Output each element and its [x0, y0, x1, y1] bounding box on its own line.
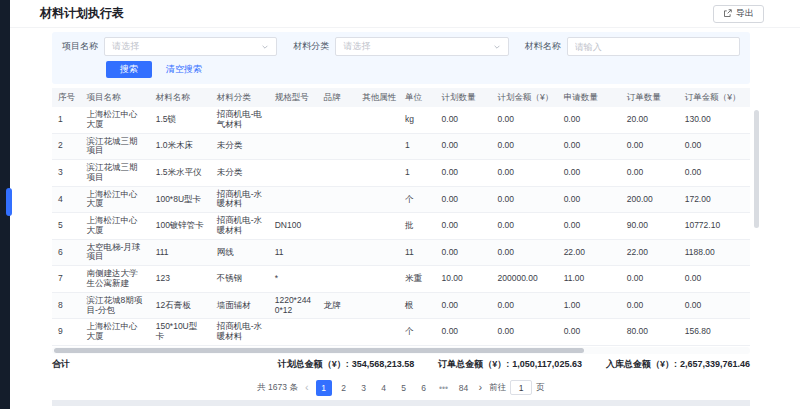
table-cell: 0.00	[679, 160, 750, 187]
table-cell: 111	[150, 239, 211, 266]
table-cell: 滨江花城8期项目-分包	[80, 292, 149, 319]
page-button[interactable]: 5	[396, 380, 412, 396]
collapsed-sidebar[interactable]	[0, 0, 10, 409]
table-row[interactable]: 2滨江花城三期项目1.0米木床未分类10.000.000.000.000.00	[52, 133, 750, 160]
table-cell: 0.00	[558, 160, 621, 187]
table-cell: 滨江花城三期项目	[80, 160, 149, 187]
project-name-select[interactable]: 请选择	[104, 37, 277, 56]
table-cell: 80.00	[621, 319, 679, 346]
table-cell: 0.00	[436, 160, 492, 187]
page-button[interactable]: 84	[456, 380, 472, 396]
content: 项目名称 请选择 材料分类 请选择	[10, 28, 800, 409]
prev-page-button[interactable]: ‹	[305, 382, 309, 393]
table-row[interactable]: 6太空电梯-月球项目111网线11110.000.0022.0022.00118…	[52, 239, 750, 266]
table-cell: 0.00	[436, 213, 492, 240]
table-cell: 招商机电-水暖材料	[211, 319, 269, 346]
table-cell: 上海松江中心大厦	[80, 213, 149, 240]
summary-total: 订单总金额（¥）:1,050,117,025.63	[438, 358, 582, 371]
table-cell: 0.00	[621, 266, 679, 293]
app-window: 材料计划执行表 导出 项目名称 请选择	[0, 0, 800, 409]
table-cell: 网线	[211, 239, 269, 266]
column-header: 订单金额（¥）	[679, 88, 750, 107]
table-cell: 0.00	[492, 107, 558, 133]
column-header: 单位	[399, 88, 436, 107]
goto-page: 前往 页	[489, 380, 545, 395]
table-row[interactable]: 7南侧建达大学生公寓新建123不锈钢*米重10.00200000.0011.00…	[52, 266, 750, 293]
table-cell: 1.00	[558, 292, 621, 319]
project-name-placeholder: 请选择	[112, 40, 139, 53]
page-button[interactable]: 2	[336, 380, 352, 396]
material-category-label: 材料分类	[293, 40, 329, 53]
export-button[interactable]: 导出	[713, 5, 764, 23]
table-row[interactable]: 8滨江花城8期项目-分包12石膏板墙面辅材1220*2440*12龙牌根0.00…	[52, 292, 750, 319]
table-cell: 未分类	[211, 160, 269, 187]
page-title: 材料计划执行表	[40, 5, 124, 22]
table-cell: 个	[399, 319, 436, 346]
table-cell: 90.00	[621, 213, 679, 240]
table-row[interactable]: 3滨江花城三期项目1.5米水平仪未分类10.000.000.000.000.00	[52, 160, 750, 187]
column-header: 材料分类	[211, 88, 269, 107]
table-row[interactable]: 5上海松江中心大厦100镀锌管卡招商机电-水暖材料DN100批0.000.000…	[52, 213, 750, 240]
table-cell: 100*8U型卡	[150, 186, 211, 213]
next-page-button[interactable]: ›	[479, 382, 483, 393]
filter-item-project: 项目名称 请选择	[62, 37, 277, 56]
table-cell: 12石膏板	[150, 292, 211, 319]
material-category-select[interactable]: 请选择	[335, 37, 508, 56]
table-cell: 8	[52, 292, 80, 319]
table-row[interactable]: 9上海松江中心大厦150*10U型卡招商机电-水暖材料个0.000.000.00…	[52, 319, 750, 346]
table-cell: 0.00	[436, 319, 492, 346]
table-cell	[356, 319, 399, 346]
table-cell: 0.00	[492, 186, 558, 213]
table-cell	[318, 133, 357, 160]
table-cell: 1.5米水平仪	[150, 160, 211, 187]
table-cell: 10772.10	[679, 213, 750, 240]
vertical-scrollbar[interactable]	[754, 110, 759, 228]
table-body: 1上海松江中心大厦1.5锁招商机电-电气材料kg0.000.000.0020.0…	[52, 107, 750, 345]
horizontal-scrollbar[interactable]	[52, 347, 750, 354]
table-cell	[356, 107, 399, 133]
material-name-input[interactable]	[567, 37, 740, 56]
table-cell: 0.00	[679, 292, 750, 319]
table-cell: 200.00	[621, 186, 679, 213]
search-button[interactable]: 搜索	[106, 61, 152, 78]
page-button[interactable]: 3	[356, 380, 372, 396]
table-cell: 1	[399, 133, 436, 160]
table-cell: 4	[52, 186, 80, 213]
table-cell: 0.00	[436, 239, 492, 266]
sidebar-expand-handle[interactable]	[6, 188, 12, 216]
table-header-row: 序号项目名称材料名称材料分类规格型号品牌其他属性单位计划数量计划金额（¥）申请数…	[52, 88, 750, 107]
summary-row: 合计 计划总金额（¥）:354,568,213.58订单总金额（¥）:1,050…	[52, 354, 750, 376]
table-cell: 11.00	[558, 266, 621, 293]
table-cell: 156.80	[679, 319, 750, 346]
table-cell: 3	[52, 160, 80, 187]
table-cell: 批	[399, 213, 436, 240]
table-cell: 招商机电-水暖材料	[211, 186, 269, 213]
table-cell: 0.00	[436, 133, 492, 160]
page-list: 123456•••84	[316, 380, 472, 396]
column-header: 序号	[52, 88, 80, 107]
page-button[interactable]: 6	[416, 380, 432, 396]
page-button[interactable]: 1	[316, 380, 332, 396]
column-header: 其他属性	[356, 88, 399, 107]
goto-page-input[interactable]	[510, 380, 532, 395]
material-category-placeholder: 请选择	[343, 40, 370, 53]
table-cell	[318, 266, 357, 293]
table-cell	[356, 292, 399, 319]
table-cell: 172.00	[679, 186, 750, 213]
column-header: 计划金额（¥）	[492, 88, 558, 107]
page-button[interactable]: 4	[376, 380, 392, 396]
table-row[interactable]: 1上海松江中心大厦1.5锁招商机电-电气材料kg0.000.000.0020.0…	[52, 107, 750, 133]
table-cell: 未分类	[211, 133, 269, 160]
table-cell: 上海松江中心大厦	[80, 107, 149, 133]
table-cell: 上海松江中心大厦	[80, 186, 149, 213]
table-cell: 1	[52, 107, 80, 133]
horizontal-scrollbar-thumb[interactable]	[54, 348, 584, 353]
clear-search-link[interactable]: 清空搜索	[166, 63, 202, 76]
table-cell	[356, 213, 399, 240]
table-cell	[269, 160, 318, 187]
pagination: 共 1673 条 ‹ 123456•••84 › 前往 页	[52, 376, 750, 400]
table-cell: 不锈钢	[211, 266, 269, 293]
table-cell	[318, 239, 357, 266]
table-row[interactable]: 4上海松江中心大厦100*8U型卡招商机电-水暖材料个0.000.000.002…	[52, 186, 750, 213]
table-cell: 龙牌	[318, 292, 357, 319]
